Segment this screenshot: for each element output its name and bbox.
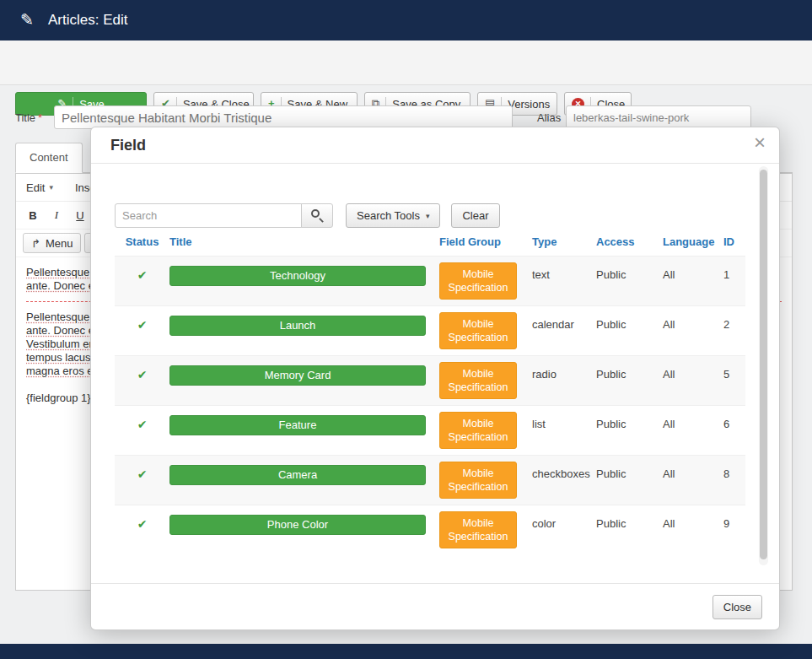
column-header-id[interactable]: ID bbox=[716, 235, 745, 256]
field-modal: Field × Search Tools ▾ Clear Status Titl… bbox=[90, 127, 780, 630]
status-cell: ✔ bbox=[115, 306, 169, 355]
id-cell: 5 bbox=[716, 356, 745, 405]
alias-input[interactable] bbox=[566, 105, 751, 129]
search-bar: Search Tools ▾ Clear bbox=[115, 203, 500, 228]
title-cell: Feature bbox=[169, 406, 433, 455]
title-cell: Phone Color bbox=[169, 505, 433, 554]
search-input[interactable] bbox=[115, 203, 302, 228]
group-cell: Mobile Specification bbox=[433, 356, 525, 405]
field-group-badge: Mobile Specification bbox=[439, 412, 517, 449]
required-star: * bbox=[38, 111, 42, 124]
search-button[interactable] bbox=[301, 203, 333, 228]
status-cell: ✔ bbox=[115, 356, 169, 405]
published-check-icon[interactable]: ✔ bbox=[137, 517, 148, 531]
title-cell: Memory Card bbox=[169, 356, 433, 405]
language-cell: All bbox=[657, 505, 716, 554]
published-check-icon[interactable]: ✔ bbox=[137, 418, 148, 431]
type-cell: color bbox=[525, 505, 591, 554]
search-tools-button[interactable]: Search Tools ▾ bbox=[346, 203, 440, 228]
modal-title: Field bbox=[110, 127, 146, 164]
published-check-icon[interactable]: ✔ bbox=[137, 368, 148, 381]
language-cell: All bbox=[657, 356, 716, 405]
access-cell: Public bbox=[591, 456, 657, 505]
column-header-field-group[interactable]: Field Group bbox=[433, 235, 525, 256]
modal-close-icon[interactable]: × bbox=[754, 132, 766, 153]
type-cell: list bbox=[525, 406, 591, 455]
published-check-icon[interactable]: ✔ bbox=[137, 318, 148, 332]
language-cell: All bbox=[657, 456, 716, 505]
access-cell: Public bbox=[591, 356, 657, 405]
field-title-button[interactable]: Technology bbox=[169, 266, 426, 286]
title-label: Title* bbox=[15, 111, 42, 124]
column-header-language[interactable]: Language bbox=[657, 235, 716, 256]
field-title-button[interactable]: Camera bbox=[169, 465, 426, 485]
column-header-status[interactable]: Status bbox=[115, 235, 169, 256]
language-cell: All bbox=[657, 257, 716, 305]
id-cell: 9 bbox=[716, 505, 745, 554]
modal-body: Search Tools ▾ Clear Status Title Field … bbox=[91, 165, 779, 583]
language-cell: All bbox=[657, 306, 716, 355]
field-group-badge: Mobile Specification bbox=[439, 362, 517, 399]
column-header-type[interactable]: Type bbox=[525, 235, 591, 256]
column-header-access[interactable]: Access bbox=[591, 235, 657, 256]
field-group-badge: Mobile Specification bbox=[439, 262, 517, 300]
field-title-button[interactable]: Phone Color bbox=[169, 515, 426, 535]
tab-content[interactable]: Content bbox=[15, 143, 83, 173]
access-cell: Public bbox=[591, 505, 657, 554]
underline-button[interactable]: U bbox=[70, 205, 90, 225]
chevron-down-icon: ▾ bbox=[426, 212, 430, 220]
fields-table: Status Title Field Group Type Access Lan… bbox=[115, 235, 745, 554]
published-check-icon[interactable]: ✔ bbox=[137, 268, 148, 282]
menu-arrow-icon: ↱ bbox=[31, 237, 40, 250]
group-cell: Mobile Specification bbox=[433, 306, 525, 355]
modal-scrollbar-track[interactable] bbox=[759, 166, 768, 565]
group-cell: Mobile Specification bbox=[433, 505, 525, 554]
field-title-button[interactable]: Memory Card bbox=[169, 365, 426, 386]
title-cell: Camera bbox=[169, 456, 433, 505]
menu-insert-button[interactable]: ↱ Menu bbox=[23, 233, 81, 253]
id-cell: 6 bbox=[716, 406, 745, 455]
table-row: ✔ Feature Mobile Specification list Publ… bbox=[115, 405, 745, 455]
modal-scrollbar-thumb[interactable] bbox=[760, 170, 767, 559]
title-input[interactable] bbox=[54, 105, 513, 129]
bold-button[interactable]: B bbox=[23, 205, 43, 225]
group-cell: Mobile Specification bbox=[433, 257, 525, 305]
type-cell: text bbox=[525, 257, 591, 305]
table-row: ✔ Phone Color Mobile Specification color… bbox=[115, 505, 745, 554]
column-header-title[interactable]: Title bbox=[169, 235, 433, 256]
type-cell: radio bbox=[525, 356, 591, 405]
modal-close-button[interactable]: Close bbox=[713, 595, 762, 619]
alias-label: Alias bbox=[537, 111, 561, 124]
clear-button[interactable]: Clear bbox=[451, 203, 499, 228]
pencil-icon: ✎ bbox=[20, 10, 34, 30]
access-cell: Public bbox=[591, 257, 657, 305]
field-title-button[interactable]: Launch bbox=[169, 316, 426, 336]
versions-label: Versions bbox=[508, 98, 550, 111]
type-cell: calendar bbox=[525, 306, 591, 355]
published-check-icon[interactable]: ✔ bbox=[137, 467, 148, 481]
group-cell: Mobile Specification bbox=[433, 406, 525, 455]
field-title-button[interactable]: Feature bbox=[169, 415, 426, 435]
language-cell: All bbox=[657, 406, 716, 455]
modal-header: Field × bbox=[91, 127, 779, 164]
access-cell: Public bbox=[591, 306, 657, 355]
chevron-down-icon: ▾ bbox=[49, 183, 53, 192]
title-cell: Launch bbox=[169, 306, 433, 355]
search-icon bbox=[311, 209, 320, 218]
status-cell: ✔ bbox=[115, 406, 169, 455]
title-cell: Technology bbox=[169, 257, 433, 305]
table-header-row: Status Title Field Group Type Access Lan… bbox=[115, 235, 745, 256]
modal-footer: Close bbox=[91, 583, 779, 629]
page-title: Articles: Edit bbox=[48, 0, 127, 41]
table-row: ✔ Technology Mobile Specification text P… bbox=[115, 256, 745, 305]
bottom-bar bbox=[0, 644, 812, 659]
table-row: ✔ Camera Mobile Specification checkboxes… bbox=[115, 455, 745, 505]
screen: ✎ Articles: Edit ✎ Save ✔ Save & Close +… bbox=[0, 0, 812, 659]
field-group-badge: Mobile Specification bbox=[439, 511, 517, 548]
access-cell: Public bbox=[591, 406, 657, 455]
italic-button[interactable]: I bbox=[46, 205, 67, 225]
editor-menu-edit[interactable]: Edit ▾ bbox=[26, 181, 53, 194]
status-cell: ✔ bbox=[115, 505, 169, 554]
top-bar: ✎ Articles: Edit bbox=[0, 0, 812, 41]
id-cell: 1 bbox=[716, 257, 745, 305]
